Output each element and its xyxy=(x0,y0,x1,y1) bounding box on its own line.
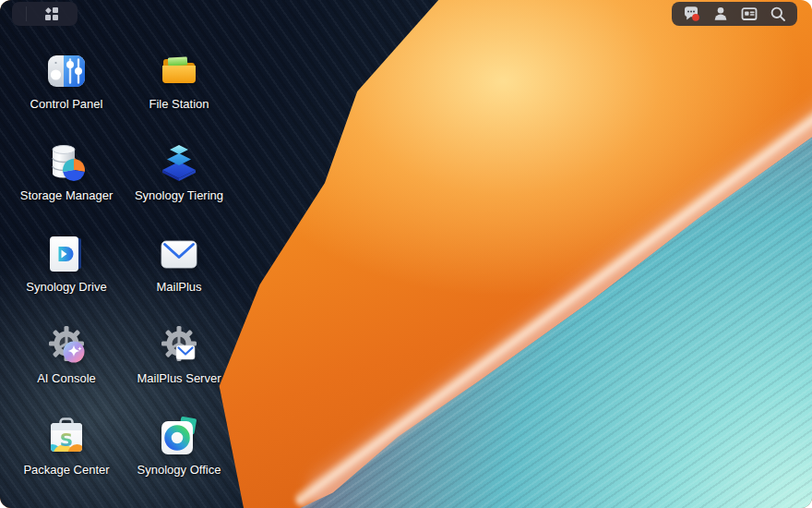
desktop-icon-storage-manager[interactable]: Storage Manager xyxy=(10,138,123,229)
storage-manager-icon xyxy=(46,142,87,183)
app-label: Storage Manager xyxy=(20,189,113,202)
divider xyxy=(26,6,27,21)
synology-office-icon xyxy=(159,417,199,457)
desktop-icon-package-center[interactable]: S Package Center xyxy=(10,412,123,503)
notification-badge xyxy=(692,14,699,21)
app-label: Package Center xyxy=(23,464,109,477)
desktop-icon-synology-office[interactable]: Synology Office xyxy=(123,412,235,503)
search-icon[interactable] xyxy=(768,4,788,24)
app-label: Synology Drive xyxy=(26,281,106,294)
grid-menu-icon xyxy=(44,6,59,21)
widgets-icon[interactable] xyxy=(739,4,759,24)
app-label: MailPlus xyxy=(156,281,201,294)
control-panel-icon xyxy=(46,51,87,91)
mailplus-server-icon xyxy=(159,325,199,366)
synology-tiering-icon xyxy=(159,142,199,183)
desktop-icon-grid: Control Panel File Station xyxy=(10,46,235,503)
desktop-icon-mailplus[interactable]: MailPlus xyxy=(123,229,235,321)
app-label: File Station xyxy=(149,98,209,111)
synology-drive-icon xyxy=(46,234,87,274)
desktop-icon-synology-tiering[interactable]: Synology Tiering xyxy=(123,138,235,229)
desktop: Control Panel File Station xyxy=(0,0,812,508)
package-center-glyph: S xyxy=(60,429,73,451)
desktop-icon-synology-drive[interactable]: Synology Drive xyxy=(10,229,123,321)
app-label: MailPlus Server xyxy=(137,372,221,385)
app-label: Synology Office xyxy=(137,464,221,477)
main-menu-button[interactable] xyxy=(12,2,78,26)
desktop-icon-mailplus-server[interactable]: MailPlus Server xyxy=(123,321,235,412)
mailplus-icon xyxy=(159,234,199,274)
app-label: Control Panel xyxy=(30,98,103,111)
desktop-icon-ai-console[interactable]: AI Console xyxy=(10,321,123,412)
app-label: AI Console xyxy=(37,372,96,385)
desktop-icon-control-panel[interactable]: Control Panel xyxy=(10,46,123,138)
system-tray xyxy=(672,2,797,26)
chat-notifications-icon[interactable] xyxy=(681,4,702,24)
file-station-icon xyxy=(159,51,199,91)
desktop-icon-file-station[interactable]: File Station xyxy=(123,46,235,138)
app-label: Synology Tiering xyxy=(135,189,223,202)
ai-console-icon xyxy=(46,325,87,366)
package-center-icon: S xyxy=(46,417,87,457)
user-account-icon[interactable] xyxy=(710,4,731,24)
